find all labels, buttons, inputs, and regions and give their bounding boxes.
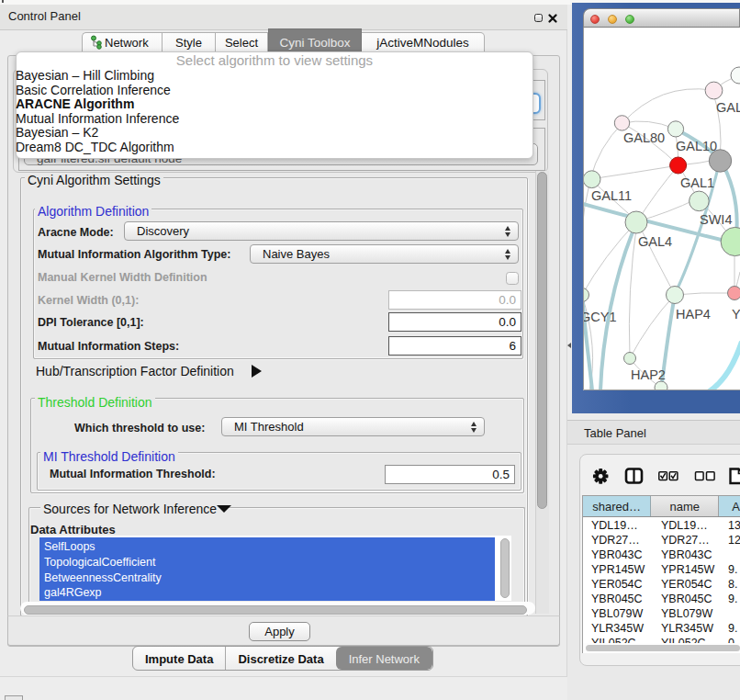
svg-text:GAL10: GAL10 (676, 139, 717, 153)
svg-text:GAL11: GAL11 (591, 188, 632, 203)
svg-text:HAP2: HAP2 (631, 367, 666, 382)
svg-text:Y: Y (732, 307, 740, 322)
svg-text:GAL4: GAL4 (638, 234, 672, 249)
svg-text:GCY1: GCY1 (583, 310, 617, 324)
svg-text:SWI4: SWI4 (700, 212, 732, 227)
svg-text:GAL80: GAL80 (623, 130, 665, 145)
svg-text:GAL1: GAL1 (680, 175, 714, 190)
svg-text:HAP4: HAP4 (676, 307, 711, 322)
svg-text:GAL7: GAL7 (716, 100, 740, 115)
